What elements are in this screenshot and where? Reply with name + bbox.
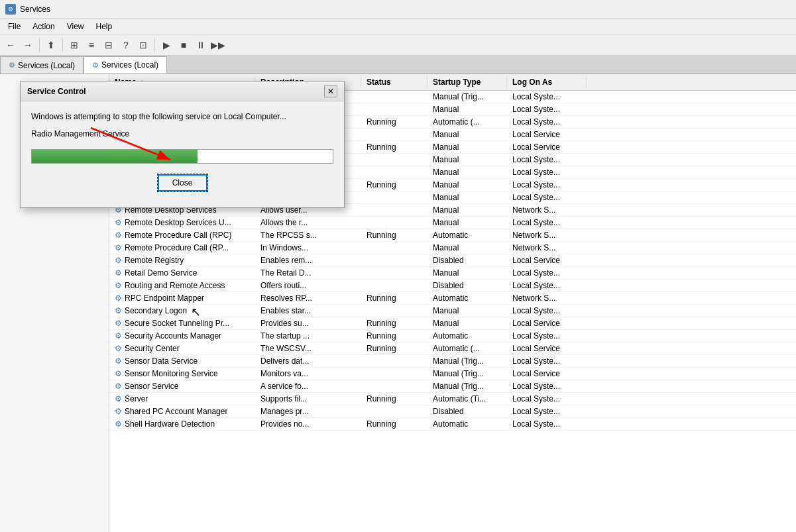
dialog-titlebar: Service Control ✕ (21, 81, 344, 101)
window-title: Services (20, 5, 50, 14)
tab-icon-2: ⚙ (92, 61, 99, 70)
dialog-title: Service Control (27, 87, 86, 96)
tab-label-1: Services (Local) (18, 61, 75, 70)
pause-button[interactable]: ⏸ (193, 37, 209, 53)
back-button[interactable]: ← (3, 37, 19, 53)
stop-button[interactable]: ■ (176, 37, 192, 53)
toolbar-sep-2 (62, 38, 63, 52)
toolbar-sep-1 (39, 38, 40, 52)
menu-help[interactable]: Help (91, 21, 118, 32)
tab-icon-1: ⚙ (9, 61, 15, 70)
help-button[interactable]: ? (118, 37, 134, 53)
tab-services-local-1[interactable]: ⚙ Services (Local) (0, 56, 84, 74)
toolbar: ← → ⬆ ⊞ ≡ ⊟ ? ⊡ ▶ ■ ⏸ ▶▶ (0, 34, 796, 56)
play-button[interactable]: ▶ (158, 37, 174, 53)
show-hide-button[interactable]: ⊞ (66, 37, 82, 53)
tab-services-local-2[interactable]: ⚙ Services (Local) (84, 56, 167, 74)
svg-line-1 (91, 128, 170, 160)
view-button[interactable]: ⊡ (135, 37, 151, 53)
properties-button[interactable]: ⊟ (101, 37, 117, 53)
forward-button[interactable]: → (20, 37, 36, 53)
service-control-dialog: Service Control ✕ Windows is attempting … (20, 81, 345, 208)
dialog-overlay: Service Control ✕ Windows is attempting … (0, 74, 796, 532)
close-button[interactable]: Close (158, 174, 207, 191)
menu-view[interactable]: View (62, 21, 89, 32)
dialog-body: Windows is attempting to stop the follow… (21, 101, 344, 207)
dialog-close-button[interactable]: ✕ (324, 85, 337, 97)
dialog-footer: Close (31, 174, 333, 197)
app-icon: ⚙ (5, 4, 16, 15)
toolbar-sep-3 (154, 38, 155, 52)
menu-bar: File Action View Help (0, 19, 796, 34)
menu-file[interactable]: File (3, 21, 26, 32)
tab-label-2: Services (Local) (101, 60, 158, 70)
restart-button[interactable]: ▶▶ (210, 37, 226, 53)
tab-bar: ⚙ Services (Local) ⚙ Services (Local) (0, 56, 796, 74)
red-arrow-svg (25, 121, 210, 174)
list-button[interactable]: ≡ (84, 37, 99, 53)
title-bar: ⚙ Services (0, 0, 796, 19)
menu-action[interactable]: Action (27, 21, 60, 32)
mouse-cursor: ↖ (191, 305, 201, 319)
dialog-message: Windows is attempting to stop the follow… (31, 112, 333, 121)
up-button[interactable]: ⬆ (43, 37, 59, 53)
main-content: Name ▲ Description Status Startup Type L… (0, 74, 796, 532)
